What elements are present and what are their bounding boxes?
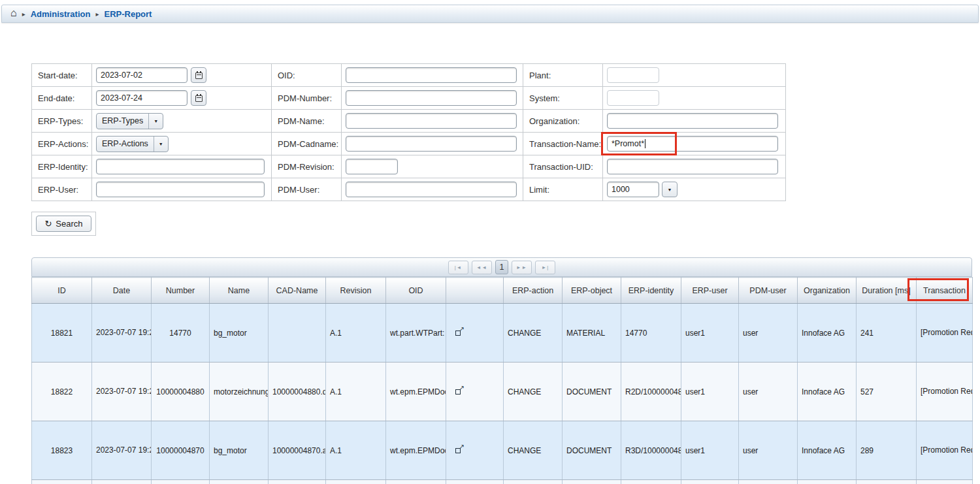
pdm-cadname-input[interactable] <box>346 136 517 152</box>
transaction-name-label: Transaction-Name: <box>523 133 603 155</box>
external-link-icon[interactable]: ↗ <box>455 328 463 336</box>
pdm-user-input[interactable] <box>346 182 517 197</box>
end-date-input[interactable] <box>96 90 188 106</box>
pdm-revision-label: PDM-Revision: <box>272 155 342 178</box>
chevron-down-icon: ▼ <box>154 142 168 146</box>
table-row: 18823 2023-07-07 19:23:15 10000004870 bg… <box>32 421 973 480</box>
cell-erp-identity: R2D/10000004880 <box>621 363 681 421</box>
pdm-revision-input[interactable] <box>346 159 398 174</box>
column-header-erp-user[interactable]: ERP-user <box>681 278 739 304</box>
column-header-erp-identity[interactable]: ERP-identity <box>621 278 681 304</box>
erp-actions-dropdown[interactable]: ERP-Actions ▼ <box>96 136 169 152</box>
paginator-next-button[interactable]: ►► <box>512 261 532 274</box>
cell-name: motorzeichnung <box>210 363 269 421</box>
paginator: |◄ ◄◄ 1 ►► ►| <box>31 257 972 277</box>
limit-input[interactable] <box>607 182 659 197</box>
cell-duration: 241 <box>857 304 917 363</box>
annotation-box-transaction-name <box>601 132 677 155</box>
column-header-erp-action[interactable]: ERP-action <box>504 278 563 304</box>
column-header-erp-object[interactable]: ERP-object <box>563 278 621 304</box>
calendar-icon <box>195 73 203 79</box>
end-date-calendar-button[interactable] <box>191 90 206 106</box>
organization-input[interactable] <box>607 113 778 129</box>
cell-erp-user: user1 <box>681 421 739 480</box>
erp-types-dropdown-value: ERP-Types <box>97 116 148 125</box>
cell-link: ↗ <box>446 363 504 421</box>
organization-label: Organization: <box>523 110 603 133</box>
column-header-oid[interactable]: OID <box>386 278 446 304</box>
column-header-number[interactable]: Number <box>152 278 210 304</box>
breadcrumb-item-erp-report[interactable]: ERP-Report <box>104 9 152 19</box>
transaction-uid-input[interactable] <box>607 159 778 174</box>
table-row <box>32 480 973 484</box>
pdm-user-label: PDM-User: <box>272 178 342 201</box>
breadcrumb: ⌂ ▸ Administration ▸ ERP-Report <box>1 5 979 23</box>
cell-duration: 289 <box>857 421 917 480</box>
oid-input[interactable] <box>346 67 517 83</box>
column-header-id[interactable]: ID <box>32 278 92 304</box>
table-row: 18821 2023-07-07 19:23:13 14770 bg_motor… <box>32 304 973 363</box>
cell-number: 14770 <box>152 304 210 363</box>
cell-cad-name: 10000004880.drw <box>269 363 326 421</box>
cell-revision: A.1 <box>326 421 386 480</box>
plant-label: Plant: <box>523 64 603 87</box>
transaction-uid-label: Transaction-UID: <box>523 155 603 178</box>
external-link-icon[interactable]: ↗ <box>455 387 463 395</box>
erp-actions-dropdown-value: ERP-Actions <box>97 139 154 148</box>
column-header-link <box>446 278 504 304</box>
erp-types-label: ERP-Types: <box>32 110 92 133</box>
search-button[interactable]: ↻ Search <box>36 216 91 232</box>
erp-actions-label: ERP-Actions: <box>32 133 92 155</box>
chevron-down-icon: ▼ <box>668 187 672 192</box>
cell-id: 18823 <box>32 421 92 480</box>
cell-id: 18822 <box>32 363 92 421</box>
column-header-revision[interactable]: Revision <box>326 278 386 304</box>
cell-erp-action: CHANGE <box>504 304 563 363</box>
cell-pdm-user: user <box>739 363 798 421</box>
cell-link: ↗ <box>446 304 504 363</box>
chevron-down-icon: ▼ <box>149 119 163 123</box>
cell-date: 2023-07-07 19:23:14 <box>92 363 152 421</box>
column-header-organization[interactable]: Organization <box>798 278 857 304</box>
paginator-last-button[interactable]: ►| <box>535 261 555 274</box>
external-link-icon[interactable]: ↗ <box>455 445 463 453</box>
cell-erp-user: user1 <box>681 363 739 421</box>
start-date-calendar-button[interactable] <box>191 67 206 83</box>
erp-user-input[interactable] <box>96 182 265 197</box>
plant-input[interactable] <box>607 67 659 83</box>
pdm-name-input[interactable] <box>346 113 517 129</box>
home-icon[interactable]: ⌂ <box>10 8 17 18</box>
paginator-current-page[interactable]: 1 <box>495 260 508 274</box>
column-header-name[interactable]: Name <box>210 278 269 304</box>
results-panel: |◄ ◄◄ 1 ►► ►| ID Date Number Name CAD-Na… <box>31 257 972 484</box>
annotation-box-transaction-column <box>907 278 969 301</box>
cell-erp-object: MATERIAL <box>563 304 621 363</box>
breadcrumb-separator-icon: ▸ <box>22 10 25 18</box>
cell-cad-name <box>269 304 326 363</box>
erp-types-dropdown[interactable]: ERP-Types ▼ <box>96 113 163 129</box>
cell-number: 10000004870 <box>152 421 210 480</box>
breadcrumb-item-administration[interactable]: Administration <box>31 9 91 19</box>
pdm-number-label: PDM-Number: <box>272 87 342 110</box>
limit-dropdown-button[interactable]: ▼ <box>662 182 678 197</box>
paginator-first-button[interactable]: |◄ <box>448 261 468 274</box>
cell-transaction: [Promotion Request:04461]: DIS for 3 obj… <box>917 363 973 421</box>
cell-organization: Innoface AG <box>798 363 857 421</box>
column-header-date[interactable]: Date <box>92 278 152 304</box>
search-button-label: Search <box>56 219 82 229</box>
system-input[interactable] <box>607 90 659 106</box>
erp-identity-input[interactable] <box>96 159 265 174</box>
pdm-number-input[interactable] <box>346 90 517 106</box>
cell-cad-name: 10000004870.asm <box>269 421 326 480</box>
cell-erp-action: CHANGE <box>504 363 563 421</box>
column-header-cad-name[interactable]: CAD-Name <box>269 278 326 304</box>
column-header-pdm-user[interactable]: PDM-user <box>739 278 798 304</box>
cell-pdm-user: user <box>739 304 798 363</box>
cell-number: 10000004880 <box>152 363 210 421</box>
start-date-input[interactable] <box>96 67 188 83</box>
erp-user-label: ERP-User: <box>32 178 92 201</box>
oid-label: OID: <box>272 64 342 87</box>
search-button-container: ↻ Search <box>31 212 96 236</box>
table-row: 18822 2023-07-07 19:23:14 10000004880 mo… <box>32 363 973 421</box>
paginator-prev-button[interactable]: ◄◄ <box>472 261 492 274</box>
